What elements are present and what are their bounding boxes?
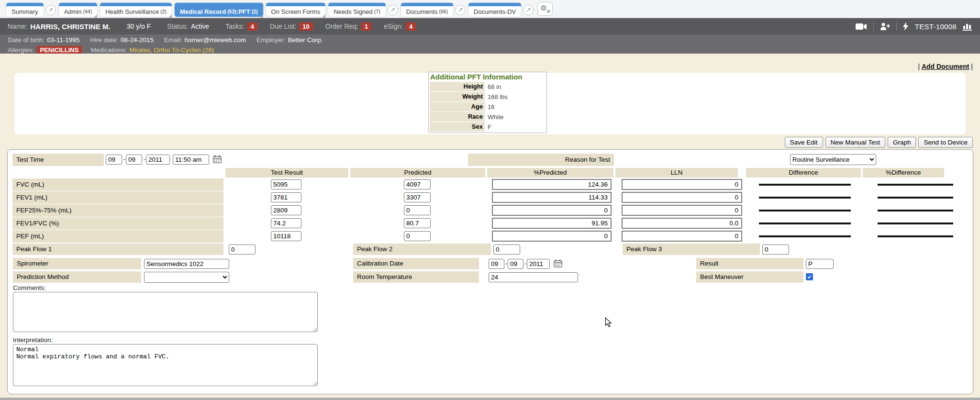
fev1-test-result-input[interactable] <box>271 192 301 202</box>
best-maneuver-checkbox[interactable] <box>806 273 813 280</box>
header-lln: LLN <box>615 168 738 178</box>
mouse-cursor <box>605 317 612 329</box>
room-temperature-input[interactable] <box>489 272 578 282</box>
fev1-fvc-predicted-input[interactable] <box>404 218 431 228</box>
pef-lln-input[interactable] <box>622 231 742 242</box>
medications-value[interactable]: Miralax, Ortho Tri-Cyclen (28) <box>129 46 214 54</box>
pef-predicted-input[interactable] <box>404 231 431 241</box>
divider <box>896 22 897 31</box>
tab-on-screen-forms[interactable]: On Screen Forms <box>266 3 326 17</box>
tab-count: (44) <box>83 9 92 14</box>
open-in-new-icon[interactable]: ↗ <box>455 5 466 15</box>
room-temperature-label: Room Temperature <box>353 271 479 283</box>
tab-summary[interactable]: Summary <box>6 3 44 17</box>
open-in-new-icon[interactable]: ↗ <box>45 5 56 15</box>
test-clock-input[interactable] <box>173 155 209 165</box>
lightning-icon[interactable] <box>903 22 909 31</box>
difference-line <box>759 235 851 237</box>
pft-info-title: Additional PFT Information <box>430 73 546 81</box>
order-req-label: Order Req: <box>325 22 358 30</box>
interpretation-textarea[interactable]: Normal Normal expiratory flows and a nor… <box>13 344 318 386</box>
tab-needs-signed[interactable]: Needs Signed(7) <box>328 3 386 17</box>
test-year-input[interactable] <box>146 155 170 165</box>
peak-flow-3-input[interactable] <box>762 244 789 255</box>
tab-medical-record[interactable]: Medical Record(53):PFT(2) <box>175 3 263 17</box>
fvc-pct-predicted-input[interactable] <box>492 179 612 190</box>
height-value: 68 in <box>485 83 501 90</box>
pft-form-panel: Test Time - - Reason for Test Routine Su… <box>7 149 973 394</box>
fev1-fvc-test-result-input[interactable] <box>271 218 301 228</box>
calendar-icon[interactable] <box>554 259 562 269</box>
order-req-badge[interactable]: 1 <box>361 22 371 31</box>
pef-test-result-input[interactable] <box>271 231 301 241</box>
prediction-method-label: Prediction Method <box>13 271 141 283</box>
fef-predicted-input[interactable] <box>404 205 431 215</box>
fef-lln-input[interactable] <box>622 205 742 216</box>
peak-flow-3-label: Peak Flow 3 <box>623 244 760 255</box>
calibration-month-input[interactable] <box>489 259 504 269</box>
tab-admin[interactable]: Admin(44) <box>59 3 98 17</box>
race-label: Race <box>430 112 485 122</box>
test-month-input[interactable] <box>106 155 122 165</box>
peak-flow-2-label: Peak Flow 2 <box>353 244 491 255</box>
new-manual-test-button[interactable]: New Manual Test <box>825 137 885 148</box>
fef-pct-predicted-input[interactable] <box>492 205 612 216</box>
tasks-badge[interactable]: 4 <box>247 22 257 31</box>
pct-difference-line <box>878 235 953 237</box>
result-label: Result <box>696 258 803 269</box>
graph-button[interactable]: Graph <box>888 137 916 148</box>
spirometer-input[interactable] <box>144 259 229 269</box>
peak-flow-2-input[interactable] <box>493 244 520 255</box>
bar-chart-icon[interactable] <box>963 22 972 31</box>
reason-for-test-select[interactable]: Routine Surveillance <box>790 154 876 165</box>
pct-difference-line <box>878 197 953 199</box>
send-to-device-button[interactable]: Send to Device <box>918 137 973 148</box>
tab-count: (2) <box>160 9 167 14</box>
fef-test-result-input[interactable] <box>271 205 301 215</box>
race-value: White <box>485 113 503 121</box>
tab-bar: Summary ↗ Admin(44) Health Surveillance(… <box>0 0 980 18</box>
calendar-icon[interactable] <box>213 155 222 165</box>
fev1-lln-input[interactable] <box>622 192 742 203</box>
calibration-year-input[interactable] <box>527 259 550 269</box>
esign-badge[interactable]: 4 <box>406 22 416 31</box>
fev1-pct-predicted-input[interactable] <box>492 192 612 203</box>
fvc-test-result-input[interactable] <box>271 179 301 189</box>
allergy-badge[interactable]: PENICILLINS <box>37 46 82 54</box>
add-document-link[interactable]: Add Document <box>922 63 969 70</box>
header-pct-difference: %Difference <box>863 168 944 178</box>
fvc-predicted-input[interactable] <box>404 179 431 189</box>
fev1-predicted-input[interactable] <box>404 192 431 202</box>
gears-icon[interactable]: ⚙⚙ <box>537 2 553 16</box>
difference-line <box>759 210 851 211</box>
fev1-fvc-lln-input[interactable] <box>622 218 742 229</box>
demographics-bar: Date of birth: 03-11-1995 Hire date: 08-… <box>0 34 980 54</box>
comments-textarea[interactable] <box>13 292 318 332</box>
patient-name: HARRIS, CHRISTINE M. <box>30 22 111 31</box>
open-in-new-icon[interactable]: ↗ <box>388 5 398 15</box>
video-camera-icon[interactable] <box>856 23 867 30</box>
fvc-lln-input[interactable] <box>622 179 742 190</box>
test-day-input[interactable] <box>126 155 142 165</box>
email-value: horner@mieweb.com <box>184 36 246 44</box>
person-add-icon[interactable] <box>880 22 890 30</box>
add-document: | Add Document | <box>918 63 973 70</box>
header-test-result: Test Result <box>225 168 348 178</box>
pct-difference-line <box>878 222 953 224</box>
due-list-badge[interactable]: 10 <box>299 22 312 31</box>
test-time-label: Test Time <box>12 154 104 166</box>
prediction-method-select[interactable] <box>144 272 229 283</box>
hire-date-label: Hire date: <box>90 36 118 44</box>
name-label: Name: <box>8 22 27 30</box>
tab-documents[interactable]: Documents(66) <box>401 3 453 17</box>
open-in-new-icon[interactable]: ↗ <box>523 5 534 15</box>
pef-pct-predicted-input[interactable] <box>492 231 612 242</box>
save-edit-button[interactable]: Save Edit <box>785 137 823 148</box>
height-label: Height <box>430 82 485 91</box>
peak-flow-1-input[interactable] <box>229 244 256 255</box>
fev1-fvc-pct-predicted-input[interactable] <box>492 218 612 229</box>
tab-documents-dv[interactable]: Documents-DV <box>468 3 521 17</box>
tab-health-surveillance[interactable]: Health Surveillance(2) <box>100 3 172 17</box>
calibration-day-input[interactable] <box>508 259 523 269</box>
result-input[interactable] <box>806 259 834 269</box>
